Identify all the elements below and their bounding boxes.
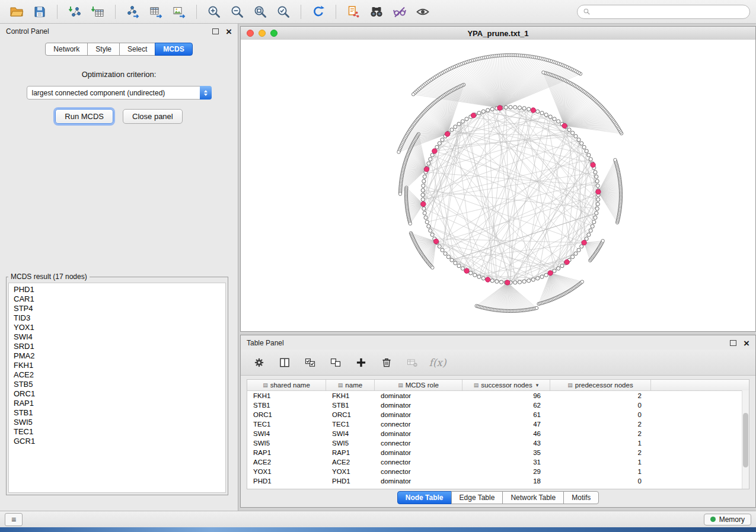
network-node[interactable]	[454, 261, 457, 265]
gear-icon[interactable]	[251, 355, 267, 370]
network-node[interactable]	[457, 122, 461, 126]
panel-menu-button[interactable]: ≡	[5, 513, 23, 526]
result-node-tec1[interactable]: TEC1	[14, 427, 221, 437]
network-node[interactable]	[574, 252, 578, 255]
result-node-srd1[interactable]: SRD1	[14, 342, 221, 351]
network-node[interactable]	[421, 198, 425, 201]
network-node[interactable]	[444, 252, 447, 255]
network-node[interactable]	[435, 145, 439, 149]
network-node[interactable]	[585, 237, 588, 241]
run-mcds-button[interactable]: Run MCDS	[55, 109, 113, 124]
mcds-hub-node[interactable]	[464, 268, 469, 273]
mcds-hub-node[interactable]	[505, 280, 510, 285]
close-panel-button[interactable]: Close panel	[123, 109, 183, 124]
network-node[interactable]	[589, 229, 592, 232]
mcds-hub-node[interactable]	[497, 105, 502, 110]
network-node[interactable]	[430, 153, 434, 157]
mcds-hub-node[interactable]	[471, 113, 476, 118]
mcds-hub-node[interactable]	[548, 271, 553, 275]
search-input[interactable]	[594, 7, 744, 17]
network-node[interactable]	[518, 106, 521, 110]
mcds-hub-node[interactable]	[432, 149, 437, 153]
network-node[interactable]	[594, 171, 597, 174]
zoom-in-icon[interactable]	[203, 3, 225, 21]
network-node[interactable]	[518, 280, 521, 284]
table-row-swi4[interactable]: SWI4SWI4dominator462	[247, 429, 749, 438]
network-node[interactable]	[553, 269, 556, 273]
open-folder-icon[interactable]	[6, 3, 27, 21]
mcds-hub-node[interactable]	[562, 123, 567, 128]
network-node[interactable]	[425, 220, 429, 224]
mcds-hub-node[interactable]	[424, 167, 429, 172]
mcds-hub-node[interactable]	[596, 190, 601, 194]
network-node[interactable]	[421, 193, 425, 197]
network-node[interactable]	[585, 149, 588, 153]
network-node[interactable]	[513, 105, 517, 109]
function-builder-icon[interactable]: f(x)	[430, 355, 445, 370]
result-node-stb5[interactable]: STB5	[14, 380, 221, 389]
network-node[interactable]	[422, 207, 426, 210]
network-node[interactable]	[427, 225, 430, 228]
network-node[interactable]	[587, 153, 591, 157]
columns-icon[interactable]	[277, 355, 292, 370]
network-node[interactable]	[574, 134, 578, 138]
import-table-icon[interactable]	[87, 3, 109, 21]
column-menu-arrow-icon[interactable]: ▾	[536, 382, 539, 388]
result-node-orc1[interactable]: ORC1	[14, 389, 221, 399]
network-node[interactable]	[522, 280, 526, 283]
mcds-result-list[interactable]: PHD1CAR1STP4TID3YOX1SWI4SRD1PMA2FKH1ACE2…	[8, 283, 226, 493]
network-node[interactable]	[542, 71, 545, 74]
network-node[interactable]	[431, 266, 434, 269]
network-node[interactable]	[577, 248, 580, 252]
network-node[interactable]	[580, 280, 583, 283]
network-node[interactable]	[580, 142, 583, 145]
mcds-hub-node[interactable]	[421, 201, 426, 206]
column-header-predecessor-nodes[interactable]: ▤predecessor nodes	[550, 380, 651, 390]
network-node[interactable]	[548, 115, 552, 118]
optimization-criterion-select[interactable]: largest connected component (undirected)	[27, 86, 212, 100]
column-header-successor-nodes[interactable]: ▤successor nodes▾	[462, 380, 550, 390]
network-node[interactable]	[424, 216, 428, 219]
network-node[interactable]	[536, 277, 540, 280]
table-tab-motifs[interactable]: Motifs	[563, 491, 599, 504]
tab-select[interactable]: Select	[119, 43, 155, 56]
result-node-rap1[interactable]: RAP1	[14, 399, 221, 408]
network-node[interactable]	[567, 128, 571, 132]
table-row-rap1[interactable]: RAP1RAP1dominator352	[247, 448, 749, 457]
column-header-shared-name[interactable]: ▤shared name	[247, 380, 326, 390]
network-node[interactable]	[422, 184, 425, 187]
float-table-panel-icon[interactable]	[730, 340, 736, 346]
network-node[interactable]	[429, 158, 432, 161]
maximize-window-icon[interactable]	[270, 30, 277, 37]
network-node[interactable]	[438, 245, 441, 248]
network-node[interactable]	[490, 107, 494, 111]
result-node-yox1[interactable]: YOX1	[14, 323, 221, 332]
table-row-yox1[interactable]: YOX1YOX1connector291	[247, 467, 749, 476]
network-node[interactable]	[595, 175, 598, 178]
table-tab-node-table[interactable]: Node Table	[397, 491, 452, 504]
network-node[interactable]	[513, 281, 517, 284]
result-node-swi4[interactable]: SWI4	[14, 332, 221, 342]
table-row-stb1[interactable]: STB1STB1dominator620	[247, 400, 749, 410]
mcds-hub-node[interactable]	[433, 239, 438, 243]
hide-glasses-icon[interactable]	[389, 3, 410, 21]
result-node-stb1[interactable]: STB1	[14, 408, 221, 418]
network-node[interactable]	[596, 184, 599, 187]
network-node[interactable]	[560, 264, 564, 268]
result-node-tid3[interactable]: TID3	[14, 313, 221, 323]
network-node[interactable]	[473, 273, 477, 277]
network-node[interactable]	[446, 255, 450, 259]
memory-button[interactable]: Memory	[704, 514, 751, 525]
close-window-icon[interactable]	[247, 30, 254, 37]
network-node[interactable]	[499, 280, 503, 284]
network-node[interactable]	[594, 216, 597, 219]
network-node[interactable]	[587, 233, 591, 236]
network-window-titlebar[interactable]: YPA_prune.txt_1	[241, 27, 755, 40]
search-box[interactable]	[577, 5, 750, 19]
network-node[interactable]	[427, 162, 430, 165]
network-node[interactable]	[409, 222, 412, 225]
table-tab-network-table[interactable]: Network Table	[502, 491, 564, 504]
zoom-selected-icon[interactable]	[273, 3, 294, 21]
network-canvas[interactable]	[241, 40, 755, 331]
mcds-hub-node[interactable]	[591, 162, 595, 167]
